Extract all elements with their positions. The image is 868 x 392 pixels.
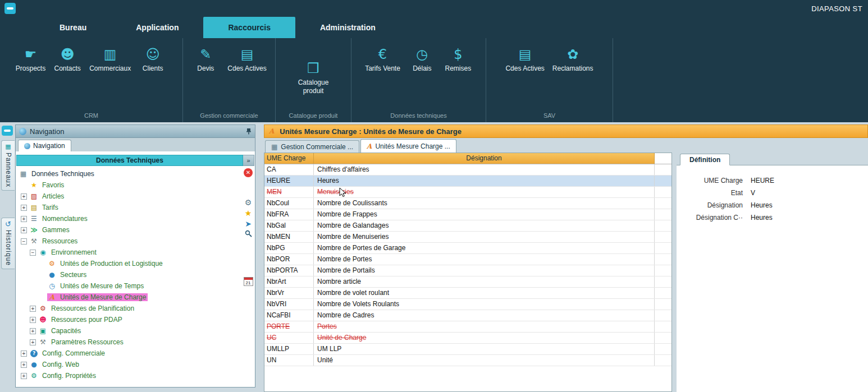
- ribbon-tab-raccourcis[interactable]: Raccourcis: [203, 17, 295, 38]
- tree-item[interactable]: + ▣ Capacités: [16, 325, 241, 336]
- expand-icon[interactable]: +: [21, 227, 27, 233]
- cell-code: NCaFBI: [264, 310, 314, 321]
- settings-icon[interactable]: ⚙: [245, 197, 252, 208]
- tree-item[interactable]: + ☻ Ressources pour PDAP: [16, 314, 241, 325]
- table-row[interactable]: NbFRANombre de Frappes: [264, 209, 671, 220]
- ribbon-tab-bureau[interactable]: Bureau: [35, 17, 111, 38]
- tree-expand-button[interactable]: »: [243, 155, 254, 166]
- table-row[interactable]: NbMENNombre de Menuiseries: [264, 232, 671, 243]
- expand-icon[interactable]: +: [21, 205, 27, 211]
- clients-button[interactable]: ☺ Clients: [135, 45, 170, 74]
- tree-item-label: Unités de Mesure de Temps: [58, 282, 145, 290]
- pin-icon[interactable]: [246, 128, 252, 135]
- cdes-actives-button[interactable]: ▤ Cdes Actives: [224, 45, 269, 74]
- tab-gestion-commerciale[interactable]: ▦ Gestion Commerciale ...: [265, 140, 359, 153]
- tree-item[interactable]: ▦ Données Techniques: [16, 168, 241, 179]
- reclamations-button[interactable]: ✿ Reclamations: [549, 45, 597, 74]
- table-row[interactable]: NbrArtNombre article: [264, 276, 671, 288]
- table-row[interactable]: NbrVrNombre de volet roulant: [264, 288, 671, 299]
- tree-item[interactable]: + ▨ Articles: [16, 191, 241, 202]
- table-row-deleted[interactable]: PORTEPortes: [264, 321, 671, 333]
- expand-icon[interactable]: +: [21, 193, 27, 200]
- table-row[interactable]: NbPORTANombre de Portails: [264, 265, 671, 276]
- table-row[interactable]: UNUnité: [264, 355, 671, 366]
- commerciaux-button[interactable]: ▥ Commerciaux: [86, 45, 134, 74]
- column-header-ume-charge[interactable]: UME Charge: [264, 153, 314, 164]
- expand-icon[interactable]: +: [30, 328, 36, 334]
- table-row[interactable]: NbVRINombre de Volets Roulants: [264, 299, 671, 310]
- tree-item[interactable]: − ⚒ Ressources: [16, 236, 241, 247]
- cell-code: NbVRI: [264, 299, 314, 310]
- tree-item[interactable]: ⚙ Unités de Production et Logistique: [16, 258, 241, 269]
- delais-button[interactable]: ◷ Délais: [405, 45, 440, 74]
- table-row[interactable]: NbPGNombre de Portes de Garage: [264, 243, 671, 254]
- definition-panel: Définition UME Charge HEURE Etat V Désig…: [677, 153, 868, 392]
- tree-item[interactable]: ● Secteurs: [16, 269, 241, 280]
- document-tab-bar: ▦ Gestion Commerciale ... A Unités Mesur…: [264, 138, 868, 153]
- table-row[interactable]: UMLLPUM LLP: [264, 344, 671, 355]
- search-icon[interactable]: [245, 229, 252, 240]
- tree-item[interactable]: + ≫ Gammes: [16, 224, 241, 236]
- ribbon-tab-application[interactable]: Application: [111, 17, 203, 38]
- donnees-techniques-icon: ▦: [19, 170, 28, 178]
- expand-icon[interactable]: +: [30, 339, 36, 345]
- contacts-button[interactable]: ☻ Contacts: [50, 45, 85, 74]
- field-value[interactable]: Heures: [751, 201, 773, 209]
- close-icon[interactable]: ✕: [244, 168, 253, 177]
- expand-icon[interactable]: +: [21, 373, 27, 379]
- app-logo-icon[interactable]: [4, 3, 16, 14]
- favorites-star-icon[interactable]: ★: [245, 208, 252, 219]
- expand-icon[interactable]: +: [21, 362, 27, 368]
- table-row-deleted[interactable]: UCUnité de Charge: [264, 333, 671, 344]
- remises-button[interactable]: $ Remises: [441, 45, 476, 74]
- table-row[interactable]: NbCoulNombre de Coulissants: [264, 198, 671, 209]
- tree-item[interactable]: + ● Config. Web: [16, 359, 241, 370]
- calendar-icon[interactable]: 21: [244, 277, 253, 286]
- window-title: DIAPASON ST: [811, 4, 864, 13]
- tarifs-vente-button[interactable]: € Tarifs Vente: [362, 45, 404, 74]
- tree-item[interactable]: + ☰ Nomenclatures: [16, 213, 241, 224]
- field-value[interactable]: V: [751, 189, 755, 197]
- tree-item[interactable]: + ⚒ Paramètres Ressources: [16, 336, 241, 348]
- field-value[interactable]: HEURE: [751, 177, 774, 185]
- tree-item[interactable]: ◷ Unités de Mesure de Temps: [16, 280, 241, 292]
- table-row[interactable]: NbPORNombre de Portes: [264, 254, 671, 265]
- table-row[interactable]: NbGalNombre de Galandages: [264, 220, 671, 232]
- cell-designation: Nombre de Portails: [314, 265, 655, 276]
- expand-icon[interactable]: +: [21, 351, 27, 357]
- tree-item-selected[interactable]: A Unités de Mesure de Charge: [16, 292, 241, 303]
- tree-item[interactable]: + ⚙ Ressources de Planification: [16, 303, 241, 314]
- tree-item[interactable]: + ⚙ Config. Propriétés: [16, 370, 241, 381]
- catalogue-produit-button[interactable]: ❒ Catalogue produit: [290, 59, 336, 96]
- sav-cdes-actives-button[interactable]: ▤ Cdes Actives: [502, 45, 547, 74]
- dock-collapse-button[interactable]: [2, 126, 13, 136]
- navigation-panel-header: Navigation: [15, 124, 255, 138]
- navigation-tab[interactable]: Navigation: [18, 140, 71, 151]
- table-row-deleted[interactable]: MENMenuiseries: [264, 187, 671, 198]
- tree-item[interactable]: ★ Favoris: [16, 179, 241, 191]
- tarifs-vente-icon: €: [378, 46, 387, 63]
- tab-unites-mesure-charge[interactable]: A Unités Mesure Charge ...: [360, 139, 456, 153]
- expand-icon[interactable]: +: [21, 216, 27, 222]
- tree-header: Données Techniques: [16, 155, 243, 166]
- tab-panneaux[interactable]: ▦ Panneaux: [1, 140, 15, 191]
- expand-icon[interactable]: +: [30, 317, 36, 323]
- pointer-arrow-icon[interactable]: ➤: [245, 219, 252, 229]
- expand-icon[interactable]: +: [30, 306, 36, 312]
- field-value[interactable]: Heures: [751, 214, 773, 222]
- table-row[interactable]: CAChiffres d'affaires: [264, 164, 671, 176]
- table-row-selected[interactable]: HEUREHeures: [264, 176, 671, 187]
- tree-item[interactable]: + ▤ Tarifs: [16, 202, 241, 213]
- column-header-designation[interactable]: Désignation: [314, 153, 655, 164]
- collapse-icon[interactable]: −: [30, 250, 36, 256]
- tab-historique[interactable]: ↺ Historique: [1, 218, 15, 269]
- collapse-icon[interactable]: −: [21, 238, 27, 245]
- ribbon-tab-administration[interactable]: Administration: [295, 17, 400, 38]
- tree-item[interactable]: + ? Config. Commerciale: [16, 348, 241, 359]
- devis-button[interactable]: ✎ Devis: [188, 45, 223, 74]
- cell-designation: Unité de Charge: [314, 333, 655, 343]
- prospects-button[interactable]: ☛ Prospects: [12, 45, 49, 74]
- tree-item[interactable]: − ◉ Environnement: [16, 247, 241, 258]
- tab-definition[interactable]: Définition: [680, 154, 730, 165]
- table-row[interactable]: NCaFBINombre de Cadres: [264, 310, 671, 321]
